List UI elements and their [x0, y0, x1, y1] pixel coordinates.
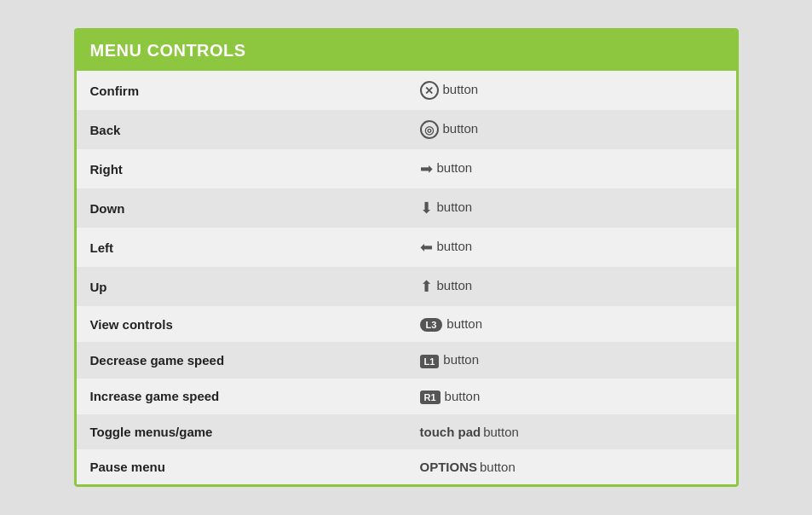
table-row: Up⬆button — [77, 267, 736, 306]
arrow-down-icon: ⬇ — [420, 199, 433, 217]
button-text: button — [437, 160, 473, 175]
control-label: Toggle menus/game — [77, 414, 406, 449]
control-label: Back — [77, 110, 406, 149]
button-text: button — [480, 460, 515, 474]
button-text: button — [437, 200, 473, 214]
table-row: Pause menuOPTIONSbutton — [77, 449, 736, 484]
control-label: Confirm — [77, 71, 406, 110]
table-row: Down⬇button — [77, 188, 736, 228]
button-text: button — [443, 121, 479, 136]
menu-controls-panel: MENU CONTROLS Confirm✕buttonBack◎buttonR… — [74, 28, 739, 486]
control-label: Left — [77, 228, 406, 267]
table-row: Confirm✕button — [77, 71, 736, 110]
circle-x-icon: ✕ — [420, 81, 439, 100]
control-value: L1button — [406, 342, 736, 378]
badge-rounded-icon: L3 — [420, 318, 443, 332]
button-text: button — [445, 389, 481, 403]
button-text: button — [483, 425, 519, 439]
control-value: ◎button — [406, 110, 736, 149]
controls-table: Confirm✕buttonBack◎buttonRight➡buttonDow… — [77, 71, 736, 483]
control-value: ➡button — [406, 149, 736, 188]
control-value: ✕button — [406, 71, 736, 110]
table-row: Toggle menus/gametouch padbutton — [77, 414, 736, 449]
button-text: button — [443, 82, 479, 96]
control-value: ⬆button — [406, 267, 736, 306]
control-label: Decrease game speed — [77, 342, 406, 378]
arrow-right-icon: ➡ — [420, 159, 433, 178]
control-label: Up — [77, 267, 406, 306]
panel-title: MENU CONTROLS — [90, 41, 246, 60]
badge-icon: L1 — [420, 355, 440, 368]
bold-label: touch pad — [420, 425, 481, 439]
control-label: Increase game speed — [77, 379, 406, 414]
control-value: R1button — [406, 379, 736, 414]
control-value: L3button — [406, 306, 736, 342]
control-label: Right — [77, 149, 406, 188]
table-row: Left⬅button — [77, 228, 736, 267]
control-value: touch padbutton — [406, 414, 736, 449]
panel-header: MENU CONTROLS — [77, 31, 736, 71]
table-row: Increase game speedR1button — [77, 379, 736, 414]
button-text: button — [443, 352, 479, 367]
table-row: View controlsL3button — [77, 306, 736, 342]
button-text: button — [437, 239, 473, 253]
control-value: ⬇button — [406, 188, 736, 228]
table-row: Right➡button — [77, 149, 736, 188]
control-label: View controls — [77, 306, 406, 342]
arrow-up-icon: ⬆ — [420, 277, 433, 296]
button-text: button — [437, 278, 473, 292]
control-label: Down — [77, 188, 406, 228]
circle-o-icon: ◎ — [420, 120, 439, 139]
control-value: OPTIONSbutton — [406, 449, 736, 484]
arrow-left-icon: ⬅ — [420, 238, 433, 257]
button-text: button — [446, 316, 482, 331]
bold-label: OPTIONS — [420, 460, 478, 474]
table-row: Decrease game speedL1button — [77, 342, 736, 378]
control-value: ⬅button — [406, 228, 736, 267]
badge-icon: R1 — [420, 391, 441, 404]
table-row: Back◎button — [77, 110, 736, 149]
control-label: Pause menu — [77, 449, 406, 484]
